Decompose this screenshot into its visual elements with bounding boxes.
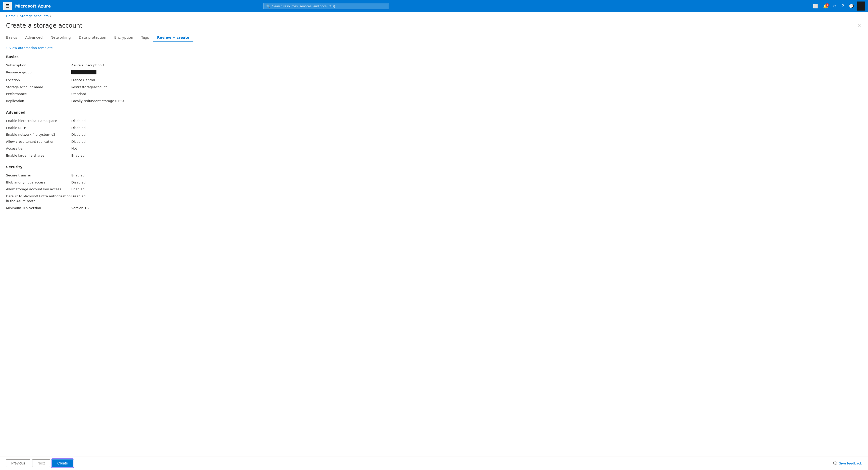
lightning-icon: ⚡ [6,46,8,50]
table-row: Enable hierarchical namespace Disabled [6,117,862,124]
breadcrumb: Home › Storage accounts › [0,12,868,20]
field-value: Enabled [71,152,862,159]
field-value: Disabled [71,131,862,138]
security-section: Security Secure transfer Enabled Blob an… [6,165,862,211]
hamburger-menu-button[interactable]: ☰ [3,2,12,10]
table-row: Storage account name kestrastorageaccoun… [6,84,862,91]
automation-template-link[interactable]: ⚡ View automation template [6,46,862,50]
basics-section-title: Basics [6,55,862,59]
security-section-title: Security [6,165,862,169]
feedback-icon: 💬 [833,462,837,465]
table-row: Performance Standard [6,90,862,97]
notification-badge: 1 [826,3,829,7]
page-title: Create a storage account [6,22,82,29]
field-label: Default to Microsoft Entra authorization… [6,193,71,205]
advanced-section-title: Advanced [6,110,862,114]
tab-networking[interactable]: Networking [47,33,75,42]
breadcrumb-separator-2: › [50,14,51,18]
tabs-nav: Basics Advanced Networking Data protecti… [0,33,868,42]
redacted-value [71,70,96,75]
previous-button[interactable]: Previous [6,460,30,467]
field-label: Allow storage account key access [6,186,71,193]
table-row: Replication Locally-redundant storage (L… [6,97,862,105]
table-row: Enable SFTP Disabled [6,124,862,131]
field-value: Standard [71,90,862,97]
field-value: Disabled [71,117,862,124]
field-value-redacted [71,69,862,77]
tab-tags[interactable]: Tags [137,33,153,42]
field-label: Blob anonymous access [6,179,71,186]
table-row: Allow cross-tenant replication Disabled [6,138,862,145]
close-button[interactable]: ✕ [856,22,862,29]
field-label: Replication [6,97,71,105]
field-label: Enable large file shares [6,152,71,159]
field-label: Access tier [6,145,71,152]
field-label: Minimum TLS version [6,205,71,212]
field-value: Disabled [71,124,862,131]
tab-encryption[interactable]: Encryption [110,33,137,42]
table-row: Resource group [6,69,862,77]
feedback-icon-button[interactable]: 💬 [847,2,856,10]
settings-button[interactable]: ⚙ [831,2,839,10]
field-value: Disabled [71,138,862,145]
table-row: Blob anonymous access Disabled [6,179,862,186]
search-bar[interactable]: 🔍 [264,3,389,9]
main-container: Home › Storage accounts › Create a stora… [0,12,868,470]
table-row: Enable network file system v3 Disabled [6,131,862,138]
field-label: Resource group [6,69,71,77]
field-label: Subscription [6,62,71,69]
breadcrumb-separator-1: › [17,14,18,18]
field-label: Allow cross-tenant replication [6,138,71,145]
field-label: Location [6,77,71,84]
tab-review-create[interactable]: Review + create [153,33,193,42]
next-button[interactable]: Next [32,460,50,467]
field-value: Hot [71,145,862,152]
screen-icon-button[interactable]: ⬜ [811,2,820,10]
field-label: Enable hierarchical namespace [6,117,71,124]
table-row: Subscription Azure subscription 1 [6,62,862,69]
give-feedback-link[interactable]: 💬 Give feedback [833,462,862,465]
page-options-ellipsis[interactable]: ... [84,23,88,28]
field-label: Secure transfer [6,172,71,179]
footer: Previous Next Create 💬 Give feedback [0,456,868,470]
notifications-button[interactable]: 🔔 1 [821,2,830,10]
table-row: Access tier Hot [6,145,862,152]
breadcrumb-storage-accounts[interactable]: Storage accounts [20,14,49,18]
tab-basics[interactable]: Basics [6,33,21,42]
field-label: Enable SFTP [6,124,71,131]
user-account-button[interactable] [857,1,865,10]
table-row: Secure transfer Enabled [6,172,862,179]
basics-table: Subscription Azure subscription 1 Resour… [6,62,862,104]
field-label: Enable network file system v3 [6,131,71,138]
topbar: ☰ Microsoft Azure 🔍 ⬜ 🔔 1 ⚙ ? 💬 [0,0,868,12]
advanced-table: Enable hierarchical namespace Disabled E… [6,117,862,159]
table-row: Allow storage account key access Enabled [6,186,862,193]
table-row: Enable large file shares Enabled [6,152,862,159]
page-title-row: Create a storage account ... [6,22,88,29]
page-header: Create a storage account ... ✕ [0,20,868,33]
field-value: Version 1.2 [71,205,862,212]
field-value: Enabled [71,172,862,179]
advanced-section: Advanced Enable hierarchical namespace D… [6,110,862,159]
field-value: Disabled [71,179,862,186]
field-value: Enabled [71,186,862,193]
field-value: France Central [71,77,862,84]
table-row: Location France Central [6,77,862,84]
tab-advanced[interactable]: Advanced [21,33,46,42]
search-icon: 🔍 [266,4,270,8]
create-button[interactable]: Create [52,460,73,467]
field-value: Disabled [71,193,862,205]
breadcrumb-home[interactable]: Home [6,14,16,18]
field-value: kestrastorageaccount [71,84,862,91]
app-title: Microsoft Azure [15,4,51,8]
footer-left-buttons: Previous Next Create [6,460,73,467]
topbar-icons: ⬜ 🔔 1 ⚙ ? 💬 [811,1,865,10]
basics-section: Basics Subscription Azure subscription 1… [6,55,862,104]
field-value: Locally-redundant storage (LRS) [71,97,862,105]
table-row: Minimum TLS version Version 1.2 [6,205,862,212]
field-value: Azure subscription 1 [71,62,862,69]
tab-data-protection[interactable]: Data protection [75,33,110,42]
help-button[interactable]: ? [840,2,846,10]
search-input[interactable] [272,4,386,8]
field-label: Storage account name [6,84,71,91]
